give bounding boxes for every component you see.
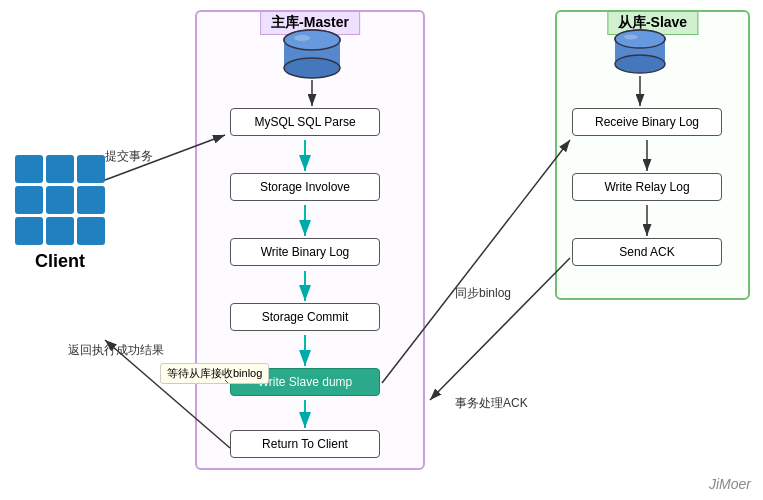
watermark: JiMoer (709, 476, 751, 492)
storage-involve-label: Storage Involove (260, 180, 350, 194)
client-label: Client (15, 251, 105, 272)
return-to-client-box: Return To Client (230, 430, 380, 458)
sync-binlog-label: 同步binlog (455, 285, 511, 302)
diagram-container: 主库-Master 从库-Slave (0, 0, 763, 500)
write-binary-log-label: Write Binary Log (261, 245, 349, 259)
send-ack-label: Send ACK (619, 245, 674, 259)
client-cell (46, 155, 74, 183)
slave-db-icon (613, 28, 668, 82)
write-binary-log-box: Write Binary Log (230, 238, 380, 266)
submit-tx-label: 提交事务 (105, 148, 153, 165)
mysql-sql-parse-box: MySQL SQL Parse (230, 108, 380, 136)
client-grid (15, 155, 105, 245)
client-cell (77, 186, 105, 214)
svg-point-3 (284, 30, 340, 50)
svg-point-2 (284, 58, 340, 78)
write-slave-dump-label: Write Slave dump (258, 375, 352, 389)
svg-point-7 (615, 55, 665, 73)
svg-point-9 (624, 35, 638, 40)
master-db-icon (282, 28, 342, 87)
write-relay-log-label: Write Relay Log (604, 180, 689, 194)
mysql-sql-parse-label: MySQL SQL Parse (254, 115, 355, 129)
storage-commit-label: Storage Commit (262, 310, 349, 324)
receive-binary-log-box: Receive Binary Log (572, 108, 722, 136)
write-relay-log-box: Write Relay Log (572, 173, 722, 201)
storage-commit-box: Storage Commit (230, 303, 380, 331)
client-cell (77, 155, 105, 183)
receive-binary-log-label: Receive Binary Log (595, 115, 699, 129)
client-cell (15, 186, 43, 214)
client-cell (77, 217, 105, 245)
client-cell (46, 217, 74, 245)
send-ack-box: Send ACK (572, 238, 722, 266)
client-cell (15, 217, 43, 245)
client-cell (46, 186, 74, 214)
client-area: Client (15, 155, 105, 272)
storage-involve-box: Storage Involove (230, 173, 380, 201)
svg-point-4 (294, 35, 310, 41)
tx-ack-label: 事务处理ACK (455, 395, 528, 412)
svg-point-8 (615, 30, 665, 48)
return-result-label: 返回执行成功结果 (68, 342, 164, 359)
return-to-client-label: Return To Client (262, 437, 348, 451)
wait-binlog-label: 等待从库接收binlog (160, 363, 269, 384)
client-cell (15, 155, 43, 183)
